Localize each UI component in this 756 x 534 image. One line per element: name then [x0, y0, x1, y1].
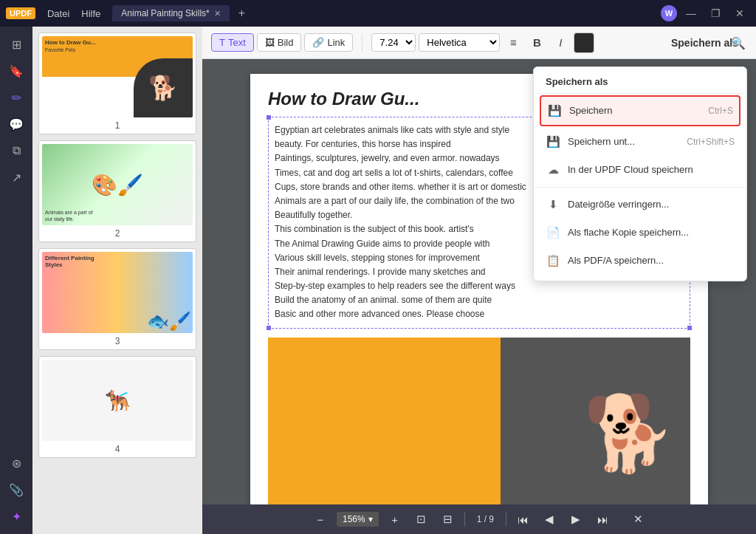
align-btn[interactable]: ≡: [503, 32, 523, 53]
page-prev-btn[interactable]: ◀: [539, 509, 560, 530]
thumb-art-4: 🐕‍🦺: [42, 360, 193, 441]
save-label: Speichern: [569, 105, 613, 116]
menu-datei[interactable]: Datei: [47, 8, 69, 19]
zoom-out-btn[interactable]: −: [310, 509, 331, 530]
maximize-btn[interactable]: ❐: [705, 6, 726, 21]
thumb-label-4: 4: [42, 444, 193, 454]
flat-copy-item[interactable]: 📄 Als flache Kopie speichern...: [534, 219, 746, 247]
pdfa-label: Als PDF/A speichern...: [568, 255, 664, 266]
menu-hilfe[interactable]: Hilfe: [81, 8, 100, 19]
bookmark-icon-btn[interactable]: 🔖: [4, 59, 28, 83]
minimize-btn[interactable]: —: [680, 6, 702, 21]
image-label: Bild: [278, 37, 294, 48]
font-size-select[interactable]: 7.24: [371, 33, 416, 52]
save-item[interactable]: 💾 Speichern Ctrl+S: [540, 95, 740, 126]
font-controls: 7.24 Helvetica ≡ B I: [371, 32, 594, 53]
text-icon: T: [219, 37, 225, 48]
pdfa-item[interactable]: 📋 Als PDF/A speichern...: [534, 247, 746, 275]
cloud-save-item[interactable]: ☁ In der UPDF Cloud speichern: [534, 156, 746, 184]
zoom-level: 156%: [343, 514, 365, 524]
cloud-save-label: In der UPDF Cloud speichern: [568, 164, 693, 175]
thumbnail-3[interactable]: Different PaintingStyles 🐟🖌️ 3: [38, 248, 196, 350]
font-family-select[interactable]: Helvetica: [419, 33, 500, 52]
image-icon: 🖼: [265, 37, 275, 48]
zoom-dropdown-icon: ▾: [368, 514, 373, 524]
fit-page-btn[interactable]: ⊟: [438, 509, 458, 530]
saveas-label: Speichern unt...: [568, 136, 635, 147]
page-current: 1: [477, 514, 482, 524]
app-logo: UPDF: [6, 7, 35, 19]
user-avatar[interactable]: W: [661, 5, 677, 21]
zoom-display[interactable]: 156% ▾: [337, 512, 379, 527]
saveas-menu-title: Speichern als: [534, 73, 746, 94]
menu-bar: Datei Hilfe: [47, 8, 100, 19]
pdfa-icon: 📋: [546, 253, 560, 268]
page-last-btn[interactable]: ⏭: [592, 509, 613, 530]
document-tab[interactable]: Animal Painting Skills* ✕: [112, 5, 229, 21]
compress-icon: ⬇: [546, 197, 560, 212]
search-btn[interactable]: 🔍: [726, 31, 750, 55]
close-toolbar-btn[interactable]: ✕: [628, 509, 648, 530]
saveas-shortcut: Ctrl+Shift+S: [687, 137, 735, 147]
thumbnail-4[interactable]: 🐕‍🦺 4: [38, 356, 196, 458]
sidebar-bottom-icons: ⊛ 📎 ✦: [4, 451, 28, 528]
close-tab-btn[interactable]: ✕: [214, 9, 221, 18]
compress-label: Dateigröße verringern...: [568, 199, 669, 210]
comment-icon-btn[interactable]: 💬: [4, 112, 28, 136]
layers-icon-btn[interactable]: ⊛: [4, 451, 28, 475]
main-layout: ⊞ 🔖 ✏ 💬 ⧉ ↗ ⊛ 📎 ✦ How to Draw Gu... Favo…: [0, 27, 756, 534]
handle-bl[interactable]: [266, 325, 272, 331]
add-tab-btn[interactable]: +: [238, 7, 245, 20]
image-mode-btn[interactable]: 🖼 Bild: [257, 33, 302, 52]
thumb-art-2: 🎨🖌️ Animals are a part ofour daily life.: [42, 144, 193, 225]
thumb-label-3: 3: [42, 336, 193, 346]
pages-icon-btn[interactable]: ⊞: [4, 32, 28, 56]
italic-btn[interactable]: I: [550, 32, 571, 53]
toolbar-mode-group: T Text 🖼 Bild 🔗 Link: [211, 33, 353, 52]
dog-image-top: 🐕: [268, 338, 690, 504]
close-btn[interactable]: ✕: [729, 6, 750, 21]
page-indicator: 1 / 9: [471, 514, 500, 524]
saveas-divider-1: [534, 187, 746, 188]
page-total: 9: [489, 514, 494, 524]
compress-item[interactable]: ⬇ Dateigröße verringern...: [534, 191, 746, 219]
thumbnail-1[interactable]: How to Draw Gu... Favorite Pets 🐕 1: [38, 32, 196, 134]
saveas-icon: 💾: [546, 134, 560, 149]
flat-copy-icon: 📄: [546, 225, 560, 240]
save-icon: 💾: [547, 103, 562, 118]
handle-br[interactable]: [687, 325, 693, 331]
text-label: Text: [228, 37, 246, 48]
page-next-btn[interactable]: ▶: [566, 509, 586, 530]
tab-title: Animal Painting Skills*: [121, 8, 209, 18]
thumb-label-1: 1: [42, 120, 193, 131]
extract-icon-btn[interactable]: ↗: [4, 165, 28, 189]
link-icon: 🔗: [312, 37, 324, 48]
page-first-btn[interactable]: ⏮: [512, 509, 533, 530]
ai-icon-btn[interactable]: ✦: [4, 504, 28, 528]
saveas-item[interactable]: 💾 Speichern unt... Ctrl+Shift+S: [534, 128, 746, 156]
window-controls: W — ❐ ✕: [661, 5, 750, 21]
link-mode-btn[interactable]: 🔗 Link: [304, 33, 353, 52]
thumbnail-panel: How to Draw Gu... Favorite Pets 🐕 1 🎨🖌️ …: [32, 27, 202, 534]
bottom-divider: [464, 512, 465, 527]
organize-icon-btn[interactable]: ⧉: [4, 139, 28, 162]
handle-tl[interactable]: [266, 114, 272, 120]
content-area: T Text 🖼 Bild 🔗 Link 7.24 Helvetica: [202, 27, 756, 534]
bottom-toolbar: − 156% ▾ + ⊡ ⊟ 1 / 9 ⏮ ◀ ▶ ⏭ ✕: [202, 504, 756, 534]
edit-icon-btn[interactable]: ✏: [4, 86, 28, 109]
thumb-label-2: 2: [42, 228, 193, 239]
bold-btn[interactable]: B: [526, 32, 547, 53]
thumb-art-1: How to Draw Gu... Favorite Pets 🐕: [42, 36, 193, 117]
fit-width-btn[interactable]: ⊡: [411, 509, 432, 530]
thumbnail-2[interactable]: 🎨🖌️ Animals are a part ofour daily life.…: [38, 140, 196, 242]
link-label: Link: [327, 37, 345, 48]
clip-icon-btn[interactable]: 📎: [4, 478, 28, 502]
color-picker-btn[interactable]: [574, 32, 594, 53]
icon-sidebar: ⊞ 🔖 ✏ 💬 ⧉ ↗ ⊛ 📎 ✦: [0, 27, 32, 534]
zoom-in-btn[interactable]: +: [385, 509, 405, 530]
thumb-art-3: Different PaintingStyles 🐟🖌️: [42, 252, 193, 333]
titlebar: UPDF Datei Hilfe Animal Painting Skills*…: [0, 0, 756, 27]
toolbar-divider-1: [362, 34, 362, 52]
bottom-divider-2: [506, 512, 506, 527]
text-mode-btn[interactable]: T Text: [211, 33, 254, 52]
